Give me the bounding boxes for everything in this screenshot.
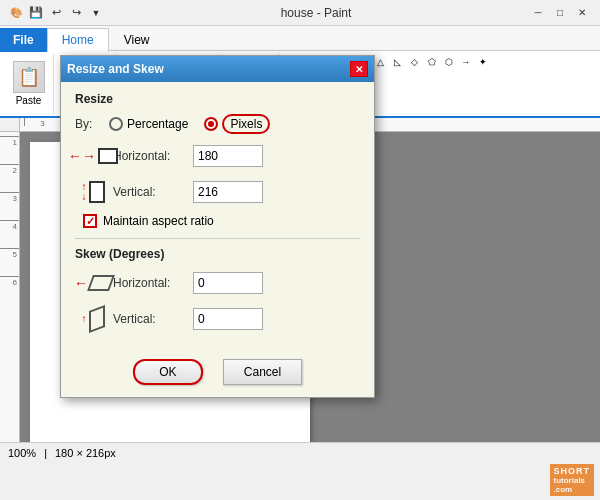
tab-view[interactable]: View bbox=[109, 28, 165, 52]
skew-horizontal-input[interactable] bbox=[193, 272, 263, 294]
vertical-icon: ↑ ↓ bbox=[77, 178, 109, 206]
ruler-corner bbox=[0, 118, 20, 132]
ribbon-tabs: File Home View bbox=[0, 26, 600, 50]
skew-horizontal-label: Horizontal: bbox=[113, 276, 193, 290]
shape-arrow-r[interactable]: → bbox=[458, 56, 473, 68]
minimize-button[interactable]: ─ bbox=[528, 4, 548, 22]
shape-pentagon[interactable]: ⬠ bbox=[424, 56, 439, 68]
watermark-line3: .com bbox=[554, 485, 591, 494]
dialog-buttons: OK Cancel bbox=[61, 351, 374, 397]
by-row: By: Percentage Pixels bbox=[75, 114, 360, 134]
paste-button[interactable]: 📋 bbox=[13, 61, 45, 93]
skew-vertical-row: ↑ Vertical: bbox=[75, 305, 360, 333]
status-text: 100% bbox=[8, 447, 36, 459]
section-divider bbox=[75, 238, 360, 239]
skew-vertical-icon: ↑ bbox=[77, 305, 109, 333]
tb-undo-icon[interactable]: ↩ bbox=[48, 5, 64, 21]
horizontal-icon: ←→ bbox=[77, 142, 109, 170]
skew-horizontal-icon: ← bbox=[77, 269, 109, 297]
horizontal-label: Horizontal: bbox=[113, 149, 193, 163]
resize-section-label: Resize bbox=[75, 92, 360, 106]
close-button[interactable]: ✕ bbox=[572, 4, 592, 22]
tb-dropdown-icon[interactable]: ▼ bbox=[88, 5, 104, 21]
window-title: house - Paint bbox=[281, 6, 352, 20]
pixels-radio-circle bbox=[204, 117, 218, 131]
shape-hex[interactable]: ⬡ bbox=[441, 56, 456, 68]
pixels-radio[interactable]: Pixels bbox=[204, 114, 270, 134]
dialog-body: Resize By: Percentage Pixels ←→ Horizont… bbox=[61, 82, 374, 351]
vertical-input[interactable] bbox=[193, 181, 263, 203]
horizontal-input[interactable] bbox=[193, 145, 263, 167]
vertical-label: Vertical: bbox=[113, 185, 193, 199]
paste-label: Paste bbox=[16, 95, 42, 106]
tb-redo-icon[interactable]: ↪ bbox=[68, 5, 84, 21]
aspect-ratio-row: Maintain aspect ratio bbox=[75, 214, 360, 228]
vertical-field-row: ↑ ↓ Vertical: bbox=[75, 178, 360, 206]
title-bar: 🎨 💾 ↩ ↪ ▼ house - Paint ─ □ ✕ bbox=[0, 0, 600, 26]
tab-file[interactable]: File bbox=[0, 28, 47, 52]
pixels-label: Pixels bbox=[222, 114, 270, 134]
horizontal-field-row: ←→ Horizontal: bbox=[75, 142, 360, 170]
watermark-line2: tutorials bbox=[554, 476, 591, 485]
skew-horizontal-row: ← Horizontal: bbox=[75, 269, 360, 297]
dialog-close-button[interactable]: ✕ bbox=[350, 61, 368, 77]
ok-button[interactable]: OK bbox=[133, 359, 203, 385]
aspect-ratio-checkbox[interactable] bbox=[83, 214, 97, 228]
percentage-radio-circle bbox=[109, 117, 123, 131]
status-dims: 180 × 216px bbox=[55, 447, 116, 459]
maximize-button[interactable]: □ bbox=[550, 4, 570, 22]
ruler-vertical: 1 2 3 4 5 6 bbox=[0, 132, 20, 442]
status-sep: | bbox=[44, 447, 47, 459]
watermark: SHORT tutorials .com bbox=[550, 464, 595, 496]
shape-arrow-4[interactable]: ✦ bbox=[475, 56, 490, 68]
percentage-label: Percentage bbox=[127, 117, 188, 131]
by-label: By: bbox=[75, 117, 103, 131]
paste-group: 📋 Paste bbox=[4, 54, 54, 114]
skew-vertical-label: Vertical: bbox=[113, 312, 193, 326]
shape-right-tri[interactable]: ◺ bbox=[390, 56, 405, 68]
dialog-title-bar: Resize and Skew ✕ bbox=[61, 56, 374, 82]
percentage-radio[interactable]: Percentage bbox=[109, 117, 188, 131]
shape-triangle[interactable]: △ bbox=[373, 56, 388, 68]
tab-home[interactable]: Home bbox=[47, 28, 109, 52]
watermark-line1: SHORT bbox=[554, 466, 591, 476]
ruler-tick-3: 3 bbox=[24, 118, 60, 126]
app-icon: 🎨 bbox=[8, 5, 24, 21]
cancel-button[interactable]: Cancel bbox=[223, 359, 302, 385]
shape-diamond[interactable]: ◇ bbox=[407, 56, 422, 68]
aspect-ratio-label: Maintain aspect ratio bbox=[103, 214, 214, 228]
resize-skew-dialog: Resize and Skew ✕ Resize By: Percentage … bbox=[60, 55, 375, 398]
dialog-title: Resize and Skew bbox=[67, 62, 164, 76]
window-controls: ─ □ ✕ bbox=[528, 4, 592, 22]
status-bar: 100% | 180 × 216px bbox=[0, 442, 600, 462]
skew-section-label: Skew (Degrees) bbox=[75, 247, 360, 261]
title-bar-icons: 🎨 💾 ↩ ↪ ▼ bbox=[8, 5, 104, 21]
tb-save-icon[interactable]: 💾 bbox=[28, 5, 44, 21]
skew-vertical-input[interactable] bbox=[193, 308, 263, 330]
